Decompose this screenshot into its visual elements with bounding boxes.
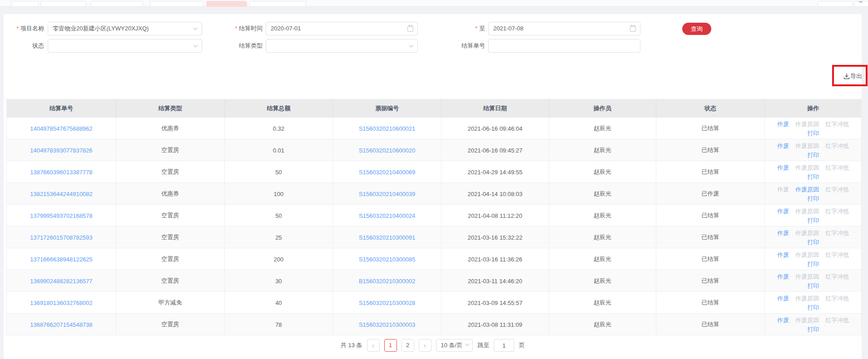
query-button[interactable]: 查询 xyxy=(682,23,711,35)
tab-mini-icon xyxy=(859,1,863,3)
tab-stub-6[interactable] xyxy=(249,1,306,7)
receipt-no-link[interactable]: S1560320210400024 xyxy=(359,212,415,219)
page-button-2[interactable]: 2 xyxy=(402,339,414,352)
print-link[interactable]: 打印 xyxy=(807,261,819,267)
receipt-no-link[interactable]: S1560320210400069 xyxy=(359,169,415,176)
table-row: 1404978547675688962优惠券0.32S1560320210600… xyxy=(7,118,861,139)
settle-type-cell: 空置房 xyxy=(161,277,179,285)
table-header: 结算单号结算类型结算总额票据编号结算日期操作员状态操作 xyxy=(7,99,861,118)
settle-date-cell: 2021-03-16 11:36:26 xyxy=(468,256,522,263)
project-select[interactable]: 零壹物业20新建小区(LYWY20XJXQ) xyxy=(48,22,202,35)
page-size-select[interactable]: 10 条/页 xyxy=(436,339,473,352)
operator-cell: 赵辰光 xyxy=(594,233,611,241)
settle-type-select[interactable] xyxy=(266,39,418,53)
void-link[interactable]: 作废 xyxy=(777,229,789,237)
void-link[interactable]: 作废 xyxy=(777,295,789,302)
export-button[interactable]: 导出 xyxy=(843,72,862,80)
void-link[interactable]: 作废 xyxy=(777,207,789,215)
settlement-no-link[interactable]: 1371666638948122625 xyxy=(30,256,92,263)
settlement-no-link[interactable]: 1387660396013387778 xyxy=(30,169,92,176)
receipt-no-link[interactable]: S1560320210300003 xyxy=(359,321,415,328)
settlement-no-link[interactable]: 1369180136032768002 xyxy=(30,300,92,306)
settlement-no-link[interactable]: 1404978547675688962 xyxy=(30,125,92,132)
table-row: 1404978393077837826空置房0.01S1560320210600… xyxy=(7,139,861,161)
receipt-no-link[interactable]: B1560320210300002 xyxy=(359,278,415,285)
tab-stub-active[interactable] xyxy=(206,1,247,7)
void-reason-link[interactable]: 作废原因 xyxy=(795,186,819,193)
void-link[interactable]: 作废 xyxy=(777,164,789,172)
settle-date-cell: 2021-03-09 14:55:57 xyxy=(468,300,523,306)
void-link[interactable]: 作废 xyxy=(777,251,789,259)
status-select[interactable] xyxy=(48,39,202,53)
print-link[interactable]: 打印 xyxy=(807,282,819,289)
next-page-button[interactable]: › xyxy=(419,339,432,352)
operator-cell: 赵辰光 xyxy=(594,168,611,176)
print-link[interactable]: 打印 xyxy=(807,217,819,224)
tab-stub-right-1[interactable] xyxy=(818,1,853,7)
annotation-highlight-box: 导出 xyxy=(832,65,868,86)
void-link[interactable]: 作废 xyxy=(777,142,789,150)
receipt-no-link[interactable]: S1560320210600021 xyxy=(359,125,415,132)
receipt-no-link[interactable]: S1560320210600020 xyxy=(359,147,415,154)
operator-cell: 赵辰光 xyxy=(594,255,611,263)
calendar-icon xyxy=(630,26,636,32)
void-reason-link: 作废原因 xyxy=(795,120,819,128)
void-reason-link: 作废原因 xyxy=(795,251,819,259)
operator-cell: 赵辰光 xyxy=(594,299,611,307)
void-reason-link: 作废原因 xyxy=(795,295,819,302)
tab-stub-2[interactable] xyxy=(40,1,86,7)
total-count-label: 共 13 条 xyxy=(341,341,362,349)
column-header: 操作员 xyxy=(549,99,656,118)
settlement-no-link[interactable]: 1371726015708782593 xyxy=(30,234,92,241)
red-offset-link: 红字冲抵 xyxy=(825,316,849,324)
print-link[interactable]: 打印 xyxy=(807,326,819,333)
receipt-no-link[interactable]: S1560320210400039 xyxy=(359,191,415,197)
settlement-table: 结算单号结算类型结算总额票据编号结算日期操作员状态操作 140497854767… xyxy=(6,99,862,335)
settle-type-label: 结算类型 xyxy=(217,39,263,53)
operator-cell: 赵辰光 xyxy=(594,190,611,198)
amount-cell: 0.32 xyxy=(273,125,284,132)
print-link[interactable]: 打印 xyxy=(807,195,819,202)
settlement-no-link[interactable]: 1368766207154548738 xyxy=(30,321,92,328)
tab-stub-1[interactable] xyxy=(11,1,39,7)
settlement-no-link[interactable]: 1379995493702168578 xyxy=(30,212,92,219)
jump-page-input[interactable] xyxy=(494,339,514,352)
receipt-no-link[interactable]: S1560320210300028 xyxy=(359,300,415,306)
settle-date-cell: 2021-04-14 10:08:03 xyxy=(468,191,523,197)
print-link[interactable]: 打印 xyxy=(807,304,819,311)
tab-stub-3[interactable] xyxy=(90,1,143,7)
settle-date-cell: 2021-06-16 09:46:04 xyxy=(468,125,523,132)
table-row: 1369180136032768002甲方减免40S15603202103000… xyxy=(7,292,861,314)
void-link[interactable]: 作废 xyxy=(777,120,789,128)
settle-time-start-input[interactable]: 2020-07-01 xyxy=(266,22,418,35)
print-link[interactable]: 打印 xyxy=(807,130,819,137)
prev-page-button[interactable]: ‹ xyxy=(367,339,380,352)
amount-cell: 50 xyxy=(275,212,282,219)
settle-type-cell: 空置房 xyxy=(161,168,179,176)
settlement-no-link[interactable]: 1369902488282136577 xyxy=(30,278,92,285)
column-header: 结算日期 xyxy=(441,99,549,118)
status-cell: 已结算 xyxy=(701,277,719,285)
settle-no-label: 结算单号 xyxy=(453,39,485,53)
print-link[interactable]: 打印 xyxy=(807,173,819,180)
settle-no-input[interactable] xyxy=(488,39,640,53)
operator-cell: 赵辰光 xyxy=(594,277,611,285)
print-link[interactable]: 打印 xyxy=(807,152,819,158)
project-select-value: 零壹物业20新建小区(LYWY20XJXQ) xyxy=(53,25,149,32)
receipt-no-link[interactable]: S1560320210300085 xyxy=(359,256,415,263)
void-link[interactable]: 作废 xyxy=(777,273,789,280)
tab-stub-4[interactable] xyxy=(150,1,203,7)
settlement-no-link[interactable]: 1382153644244910082 xyxy=(30,191,92,197)
settle-time-end-input[interactable]: 2021-07-08 xyxy=(488,22,640,35)
red-offset-link: 红字冲抵 xyxy=(825,229,849,237)
operator-cell: 赵辰光 xyxy=(594,146,611,154)
status-cell: 已结算 xyxy=(701,146,719,154)
red-offset-link: 红字冲抵 xyxy=(825,164,849,172)
void-link[interactable]: 作废 xyxy=(777,316,789,324)
print-link[interactable]: 打印 xyxy=(807,239,819,246)
receipt-no-link[interactable]: S1560320210300091 xyxy=(359,234,415,241)
amount-cell: 40 xyxy=(275,300,282,306)
page-button-1[interactable]: 1 xyxy=(384,339,397,352)
void-reason-link: 作废原因 xyxy=(795,164,819,172)
settlement-no-link[interactable]: 1404978393077837826 xyxy=(30,147,92,154)
